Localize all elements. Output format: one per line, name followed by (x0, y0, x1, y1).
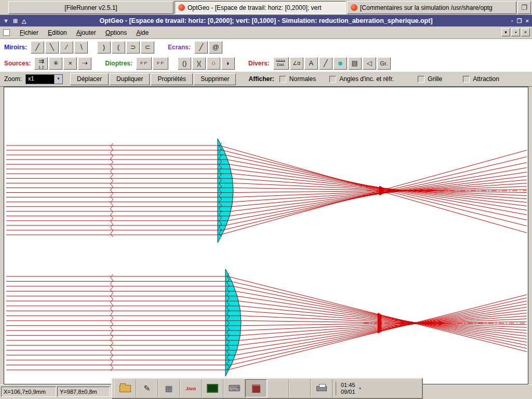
segment-glyph: ╱ (324, 59, 328, 67)
menu-edition[interactable]: Edition (43, 28, 72, 37)
windows-icon: ❐ (521, 4, 527, 11)
grille-label: Grille (428, 75, 442, 83)
taskbar-tab-filerunner[interactable]: [FileRunner v2.5.1] (8, 1, 174, 14)
dioptre-glyph: F F' (157, 61, 164, 65)
checkbox-grille[interactable]: Grille (418, 75, 442, 83)
taskbar-tab-commentaires-label: [Commentaires sur la simulation /usr/sha… (360, 4, 493, 11)
lens-biconcave-icon[interactable]: )( (192, 57, 206, 70)
maximize-button[interactable]: ❐ (517, 18, 522, 24)
mirror-convex-icon-1[interactable]: ⊃ (126, 41, 140, 54)
globe-icon: ◔ (358, 385, 362, 392)
distance-measure-button[interactable]: Dist. (273, 57, 289, 70)
proprietes-button[interactable]: Propriétés (151, 73, 193, 85)
mirror-plane-icon-1[interactable]: ╱ (31, 41, 44, 54)
divers-label: Divers: (248, 60, 270, 67)
ecrans-label: Ecrans: (168, 44, 191, 51)
menubar: Fichier Edition Ajouter Options Aide ▾ ▪… (0, 26, 532, 39)
toolbar-miroirs-ecrans: Miroirs: ╱ ╲ ∕ ∖ ) ( ⊃ ⊂ Ecrans: ╱ @ (0, 39, 532, 55)
screen-plane-icon[interactable]: ╱ (194, 41, 208, 54)
deplacer-button[interactable]: Déplacer (70, 73, 109, 85)
text-annotation-button[interactable]: A (304, 57, 318, 70)
zoom-select[interactable]: x1 ▼ (25, 74, 63, 84)
workspace-canvas[interactable] (4, 87, 528, 384)
dock-empty-slot-1[interactable] (267, 379, 289, 397)
dioptre-plane-icon-2[interactable]: F F' (153, 57, 168, 70)
zoom-label: Zoom: (4, 75, 22, 83)
child-minimize-button[interactable]: ▪ (511, 28, 520, 36)
menu-options[interactable]: Options (101, 28, 131, 37)
angles-checkbox[interactable] (329, 76, 336, 83)
close-button[interactable]: × (526, 18, 529, 24)
mirror-glyph: ⊃ (130, 43, 136, 51)
lens-glyph: () (182, 59, 187, 67)
mirror-concave-icon-2[interactable]: ( (112, 41, 125, 54)
notes-button[interactable]: ▤ (348, 57, 362, 70)
dioptre-plane-icon-1[interactable]: F F' (136, 57, 152, 70)
dupliquer-button[interactable]: Dupliquer (110, 73, 150, 85)
segment-tool-button[interactable]: ╱ (319, 57, 332, 70)
angle-measure-button[interactable]: ∠α (290, 57, 303, 70)
chevron-down-icon[interactable]: ▼ (54, 75, 62, 84)
minimize-button[interactable]: ▫ (511, 18, 513, 24)
source-parallel-beam-icon[interactable]: ⇉1 2 (34, 57, 48, 70)
checkbox-angles[interactable]: Angles d'inc. et réfr. (329, 75, 394, 83)
menu-aide[interactable]: Aide (131, 28, 153, 37)
dock-editor[interactable]: ✎ (136, 379, 158, 397)
menu-fichier[interactable]: Fichier (15, 28, 43, 37)
dock-keyboard-app[interactable]: ⌨ (223, 379, 245, 397)
source-glyph: ✳ (53, 59, 59, 67)
child-close-button[interactable]: × (521, 28, 530, 36)
pointer-icon: ◁ (367, 59, 372, 67)
menu-ajouter[interactable]: Ajouter (72, 28, 101, 37)
dock-calculator[interactable]: ▦ (158, 379, 180, 397)
taskbar-tab-optgeo[interactable]: OptGeo - [Espace de travail: horiz: [0,2… (175, 1, 346, 14)
taskbar-desktop-switcher-button[interactable]: ❐ (517, 1, 531, 14)
dock-file-manager[interactable] (114, 379, 136, 397)
mirror-convex-icon-2[interactable]: ⊂ (141, 41, 154, 54)
dock-optgeo-active[interactable] (245, 379, 267, 397)
dock-empty-slot-2[interactable] (289, 379, 311, 397)
toolbar-sources-dioptres-divers: Sources: ⇉1 2 ✳ × ⇢ Dioptres: F F' F F' … (0, 55, 532, 71)
checkbox-normales[interactable]: Normales (280, 75, 316, 83)
mirror-glyph: ( (117, 43, 119, 51)
shade-icon[interactable]: △ (22, 18, 26, 24)
dock-java[interactable]: Java (180, 379, 202, 397)
dock-terminal[interactable] (202, 379, 223, 397)
notes-icon: ▤ (352, 59, 358, 67)
angles-label: Angles d'inc. et réfr. (339, 75, 394, 83)
normales-checkbox[interactable] (280, 76, 286, 83)
window-titlebar[interactable]: ▼ ⊞ △ OptGeo - [Espace de travail: horiz… (0, 15, 532, 26)
taskbar-tab-optgeo-label: OptGeo - [Espace de travail: horiz: [0,2… (188, 4, 321, 11)
dioptre-glyph: F F' (140, 61, 148, 65)
dock-clock[interactable]: 01:45 09/01 (336, 382, 355, 395)
child-restore-button[interactable]: ▾ (501, 28, 510, 36)
screen-spiral-icon[interactable]: @ (209, 41, 222, 54)
pointer-tool-button[interactable]: ◁ (363, 57, 376, 70)
lens-half-ball-icon[interactable]: ◗ (221, 57, 235, 70)
observer-eye-button[interactable]: ☻ (334, 57, 347, 70)
mirror-plane-icon-3[interactable]: ∕ (60, 41, 73, 54)
pin-icon[interactable]: ⊞ (13, 18, 18, 24)
group-tool-button[interactable]: Gr. (377, 57, 391, 70)
lens-glyph: )( (197, 59, 202, 67)
supprimer-button[interactable]: Supprimer (194, 73, 236, 85)
zoom-value: x1 (26, 75, 54, 84)
source-dashed-beam-icon[interactable]: ⇢ (78, 57, 91, 70)
lens-sphere-icon[interactable]: ○ (207, 57, 220, 70)
pen-icon: ✎ (143, 383, 150, 393)
source-crossed-rays-icon[interactable]: × (63, 57, 77, 70)
attraction-checkbox[interactable] (463, 76, 470, 83)
child-window-icon[interactable] (3, 29, 10, 36)
taskbar-tab-commentaires[interactable]: [Commentaires sur la simulation /usr/sha… (347, 1, 516, 14)
dock-printer[interactable] (311, 379, 332, 397)
lens-biconvex-icon[interactable]: () (178, 57, 191, 70)
window-menu-icon[interactable]: ▼ (3, 18, 9, 24)
optical-simulation (4, 87, 528, 384)
mirror-plane-icon-2[interactable]: ╲ (45, 41, 59, 54)
source-point-icon[interactable]: ✳ (49, 57, 62, 70)
checkbox-attraction[interactable]: Attraction (463, 75, 499, 83)
mirror-glyph: ∕ (66, 43, 67, 51)
mirror-concave-icon-1[interactable]: ) (97, 41, 111, 54)
mirror-plane-icon-4[interactable]: ∖ (74, 41, 88, 54)
grille-checkbox[interactable] (418, 76, 424, 83)
